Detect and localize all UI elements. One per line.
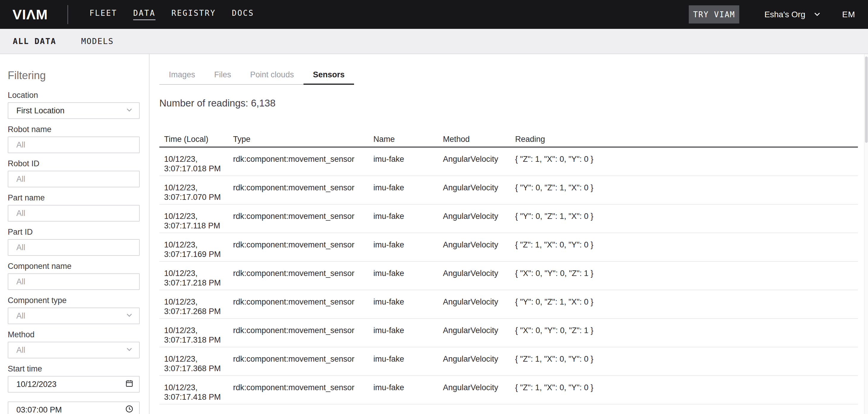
cell-method: AngularVelocity	[438, 326, 510, 347]
column-header-method: Method	[438, 135, 510, 144]
column-header-reading: Reading	[510, 135, 858, 144]
table-row[interactable]: 10/12/23, 3:07:17.070 PM rdk:component:m…	[159, 176, 858, 205]
cell-reading: { "Y": 0, "Z": 1, "X": 0 }	[510, 183, 858, 204]
cell-type: rdk:component:movement_sensor	[228, 240, 369, 261]
start-date-value: 10/12/2023	[17, 380, 125, 389]
table-row[interactable]: 10/12/23, 3:07:17.318 PM rdk:component:m…	[159, 319, 858, 347]
nav-item-fleet[interactable]: FLEET	[90, 9, 117, 20]
cell-time: 10/12/23, 3:07:17.268 PM	[159, 297, 228, 318]
cell-type: rdk:component:movement_sensor	[228, 183, 369, 204]
tab-files[interactable]: Files	[205, 71, 241, 84]
cell-reading: { "Z": 1, "X": 0, "Y": 0 }	[510, 240, 858, 261]
org-switcher[interactable]: Esha's Org	[764, 9, 822, 20]
readings-count: 6,138	[251, 97, 276, 109]
cell-name: imu-fake	[369, 211, 438, 233]
org-name: Esha's Org	[764, 10, 805, 19]
scrollbar-thumb[interactable]	[865, 57, 868, 143]
chevron-down-icon	[125, 345, 134, 356]
method-field: Method All	[8, 331, 140, 358]
table-row[interactable]: 10/12/23, 3:07:17.218 PM rdk:component:m…	[159, 262, 858, 290]
cell-name: imu-fake	[369, 297, 438, 318]
column-header-type: Type	[228, 135, 369, 144]
subnav-item-models[interactable]: MODELS	[81, 37, 114, 46]
component-name-field: Component name	[8, 262, 140, 290]
cell-type: rdk:component:movement_sensor	[228, 326, 369, 347]
data-content: Images Files Point clouds Sensors Number…	[150, 54, 868, 414]
column-header-time: Time (Local)	[159, 135, 228, 144]
method-value: All	[17, 346, 125, 355]
data-type-tabs: Images Files Point clouds Sensors	[159, 71, 354, 85]
nav-item-registry[interactable]: REGISTRY	[172, 9, 216, 20]
cell-method: AngularVelocity	[438, 183, 510, 204]
start-clock-input[interactable]: 03:07:00 PM	[8, 402, 140, 414]
cell-reading: { "X": 0, "Y": 0, "Z": 1 }	[510, 326, 858, 347]
location-select[interactable]: First Location	[8, 102, 140, 119]
part-name-input[interactable]	[8, 205, 140, 221]
table-row[interactable]: 10/12/23, 3:07:17.368 PM rdk:component:m…	[159, 347, 858, 376]
component-type-select[interactable]: All	[8, 307, 140, 324]
component-name-label: Component name	[8, 262, 140, 270]
table-row[interactable]: 10/12/23, 3:07:17.118 PM rdk:component:m…	[159, 205, 858, 233]
part-id-input[interactable]	[8, 239, 140, 256]
sub-nav: ALL DATA MODELS	[0, 29, 868, 54]
cell-reading: { "Y": 0, "Z": 1, "X": 0 }	[510, 297, 858, 318]
location-value: First Location	[17, 106, 125, 115]
cell-reading: { "Y": 0, "Z": 1, "X": 0 }	[510, 211, 858, 233]
filter-sidebar: Filtering Location First Location Robot …	[0, 54, 150, 414]
cell-name: imu-fake	[369, 269, 438, 290]
clock-icon[interactable]	[125, 405, 134, 414]
cell-method: AngularVelocity	[438, 240, 510, 261]
cell-reading: { "X": 0, "Y": 0, "Z": 1 }	[510, 269, 858, 290]
main-nav: FLEET DATA REGISTRY DOCS	[90, 9, 254, 20]
cell-method: AngularVelocity	[438, 269, 510, 290]
location-field: Location First Location	[8, 91, 140, 119]
cell-time: 10/12/23, 3:07:17.368 PM	[159, 354, 228, 375]
part-id-label: Part ID	[8, 228, 140, 236]
cell-method: AngularVelocity	[438, 154, 510, 175]
top-bar: VIΛM FLEET DATA REGISTRY DOCS TRY VIAM E…	[0, 0, 868, 29]
method-select[interactable]: All	[8, 342, 140, 358]
cell-time: 10/12/23, 3:07:17.169 PM	[159, 240, 228, 261]
robot-id-label: Robot ID	[8, 160, 140, 168]
table-row[interactable]: 10/12/23, 3:07:17.268 PM rdk:component:m…	[159, 290, 858, 319]
try-viam-button[interactable]: TRY VIAM	[689, 5, 739, 24]
component-name-input[interactable]	[8, 273, 140, 290]
user-menu-initials[interactable]: EM	[842, 10, 855, 19]
body-row: Filtering Location First Location Robot …	[0, 54, 868, 414]
tab-images[interactable]: Images	[159, 71, 205, 84]
cell-time: 10/12/23, 3:07:17.418 PM	[159, 383, 228, 404]
cell-reading: { "Z": 1, "X": 0, "Y": 0 }	[510, 354, 858, 375]
robot-name-input[interactable]	[8, 137, 140, 153]
robot-id-input[interactable]	[8, 171, 140, 187]
table-row[interactable]: 10/12/23, 3:07:17.018 PM rdk:component:m…	[159, 148, 858, 176]
nav-item-docs[interactable]: DOCS	[232, 9, 254, 20]
table-row[interactable]: 10/12/23, 3:07:17.169 PM rdk:component:m…	[159, 233, 858, 262]
vertical-scrollbar[interactable]	[864, 54, 868, 414]
tab-sensors[interactable]: Sensors	[304, 71, 354, 85]
cell-method: AngularVelocity	[438, 354, 510, 375]
start-date-input[interactable]: 10/12/2023	[8, 376, 140, 392]
topbar-divider	[67, 5, 68, 24]
calendar-icon[interactable]	[125, 379, 134, 390]
cell-reading: { "Z": 1, "X": 0, "Y": 0 }	[510, 154, 858, 175]
table-row[interactable]: 10/12/23, 3:07:17.418 PM rdk:component:m…	[159, 376, 858, 405]
table-header-row: Time (Local) Type Name Method Reading	[159, 135, 858, 148]
nav-item-data[interactable]: DATA	[133, 9, 155, 20]
chevron-down-icon	[805, 9, 822, 20]
part-id-field: Part ID	[8, 228, 140, 256]
start-time-label: Start time	[8, 365, 140, 373]
robot-name-field: Robot name	[8, 125, 140, 153]
viam-logo[interactable]: VIΛM	[12, 7, 48, 22]
cell-type: rdk:component:movement_sensor	[228, 269, 369, 290]
tab-point-clouds[interactable]: Point clouds	[241, 71, 304, 84]
cell-type: rdk:component:movement_sensor	[228, 297, 369, 318]
robot-id-field: Robot ID	[8, 160, 140, 187]
sensor-readings-table: Time (Local) Type Name Method Reading 10…	[159, 135, 858, 405]
cell-method: AngularVelocity	[438, 297, 510, 318]
subnav-item-all-data[interactable]: ALL DATA	[13, 37, 56, 46]
table-body: 10/12/23, 3:07:17.018 PM rdk:component:m…	[159, 148, 858, 405]
cell-name: imu-fake	[369, 383, 438, 404]
cell-time: 10/12/23, 3:07:17.118 PM	[159, 211, 228, 233]
part-name-label: Part name	[8, 194, 140, 202]
cell-time: 10/12/23, 3:07:17.070 PM	[159, 183, 228, 204]
